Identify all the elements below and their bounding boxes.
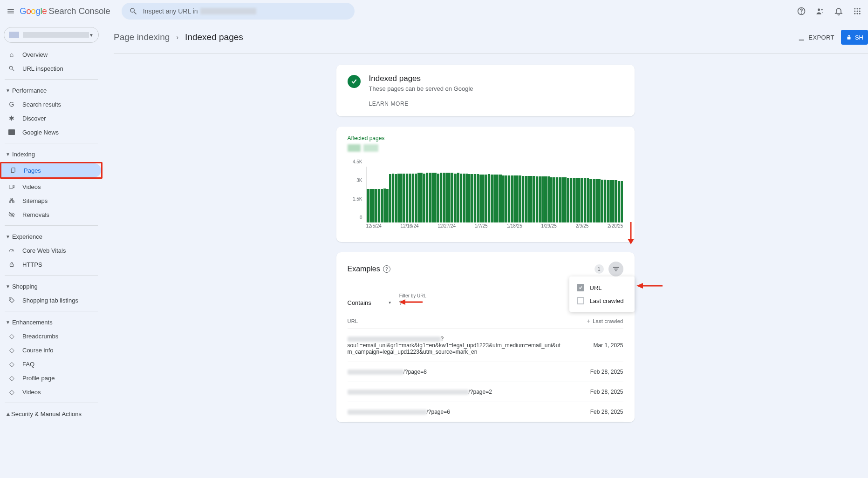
chart-bar[interactable] — [420, 173, 423, 222]
chart-bar[interactable] — [621, 181, 623, 222]
filter-option-url[interactable]: URL — [569, 281, 635, 294]
chart-bar[interactable] — [567, 178, 569, 222]
chart-bar[interactable] — [429, 173, 431, 222]
chart-bar[interactable] — [541, 176, 544, 222]
chart-bar[interactable] — [584, 178, 586, 222]
sidebar-item-url-inspection[interactable]: URL inspection — [0, 61, 103, 75]
sidebar-item-enh-videos[interactable]: ◇Videos — [0, 385, 103, 399]
chart-bar[interactable] — [392, 174, 394, 222]
chart-bar[interactable] — [615, 180, 617, 222]
chart-bar[interactable] — [607, 180, 609, 222]
notifications-icon[interactable] — [834, 6, 844, 16]
chart-bar[interactable] — [527, 176, 530, 222]
chart-bar[interactable] — [595, 179, 598, 222]
breadcrumb-parent[interactable]: Page indexing — [114, 32, 170, 42]
chart-bar[interactable] — [409, 174, 411, 222]
chart-bar[interactable] — [460, 174, 462, 222]
chart-bar[interactable] — [593, 179, 595, 222]
chart-bar[interactable] — [403, 174, 405, 222]
table-row[interactable]: ?sou1=email_uni&gr1=mark&tg1=en&kw1=lega… — [348, 329, 623, 362]
chart-bar[interactable] — [426, 173, 428, 222]
chart-bar[interactable] — [457, 173, 459, 222]
chart-bar[interactable] — [564, 177, 567, 222]
apps-icon[interactable] — [852, 6, 862, 16]
chart-bar[interactable] — [612, 180, 615, 222]
chart-bar[interactable] — [496, 175, 499, 222]
chart-bar[interactable] — [415, 174, 417, 222]
chart-plot[interactable]: 4.5K3K1.5K0 12/5/2412/16/2412/27/241/7/2… — [348, 167, 623, 232]
sidebar-item-profile-page[interactable]: ◇Profile page — [0, 371, 103, 385]
chart-bar[interactable] — [386, 189, 389, 222]
sidebar-item-shopping-tab[interactable]: Shopping tab listings — [0, 293, 103, 307]
chart-bar[interactable] — [589, 179, 592, 222]
chart-bar[interactable] — [581, 178, 583, 222]
sidebar-item-faq[interactable]: ◇FAQ — [0, 357, 103, 371]
help-icon[interactable] — [796, 6, 806, 16]
chart-bar[interactable] — [465, 174, 468, 222]
table-row[interactable]: /?page=2Feb 28, 2025 — [348, 382, 623, 402]
sidebar-item-google-news[interactable]: Google News — [0, 125, 103, 139]
chart-bar[interactable] — [533, 176, 535, 222]
chart-bar[interactable] — [525, 176, 527, 222]
sidebar-group-shopping[interactable]: ▼Shopping — [0, 279, 103, 293]
chart-bar[interactable] — [372, 189, 375, 222]
chart-bar[interactable] — [417, 173, 420, 222]
chart-bar[interactable] — [395, 174, 397, 222]
chart-bar[interactable] — [381, 189, 383, 222]
chart-bar[interactable] — [383, 189, 386, 222]
share-button[interactable]: SH — [841, 30, 868, 45]
chart-bar[interactable] — [367, 189, 369, 222]
chart-bar[interactable] — [412, 174, 414, 222]
inspect-url-search[interactable]: Inspect any URL in — [122, 3, 355, 20]
chart-bar[interactable] — [378, 189, 380, 222]
sidebar-item-videos[interactable]: Videos — [0, 180, 103, 194]
chart-bar[interactable] — [423, 174, 425, 222]
chart-bar[interactable] — [539, 176, 541, 222]
sidebar-item-breadcrumbs[interactable]: ◇Breadcrumbs — [0, 329, 103, 343]
sidebar-group-security[interactable]: ▶Security & Manual Actions — [0, 407, 103, 421]
chart-bar[interactable] — [485, 175, 487, 222]
chart-bar[interactable] — [578, 178, 581, 222]
col-url[interactable]: URL — [348, 318, 358, 324]
chart-bar[interactable] — [454, 174, 456, 222]
chart-bar[interactable] — [502, 175, 505, 222]
sidebar-item-discover[interactable]: ✱Discover — [0, 111, 103, 125]
chart-bar[interactable] — [511, 175, 513, 222]
chart-bar[interactable] — [463, 174, 465, 222]
filter-url-input[interactable]: Filter by URL ? — [399, 293, 426, 306]
sidebar-item-removals[interactable]: Removals — [0, 208, 103, 222]
chart-bar[interactable] — [553, 177, 555, 222]
chart-bar[interactable] — [570, 178, 572, 222]
chart-bar[interactable] — [508, 175, 510, 222]
product-logo[interactable]: Google Search Console — [20, 6, 110, 16]
chart-bar[interactable] — [440, 173, 442, 222]
sidebar-item-pages[interactable]: Pages — [1, 163, 101, 177]
sidebar-group-enhancements[interactable]: ▼Enhancements — [0, 315, 103, 329]
chart-bar[interactable] — [561, 177, 564, 222]
chart-bar[interactable] — [609, 180, 612, 222]
filter-button[interactable] — [608, 262, 623, 276]
chart-bar[interactable] — [516, 175, 519, 222]
chart-bar[interactable] — [443, 173, 445, 222]
sidebar-item-overview[interactable]: ⌂Overview — [0, 47, 103, 61]
chart-bar[interactable] — [468, 174, 471, 222]
chart-bar[interactable] — [406, 174, 408, 222]
sidebar-group-indexing[interactable]: ▼Indexing — [0, 147, 103, 161]
chart-bar[interactable] — [471, 174, 473, 222]
chart-bar[interactable] — [482, 175, 485, 222]
chart-bar[interactable] — [479, 175, 482, 222]
filter-option-last-crawled[interactable]: Last crawled — [569, 294, 635, 307]
table-row[interactable]: /?page=8Feb 28, 2025 — [348, 362, 623, 382]
chart-bar[interactable] — [604, 180, 606, 222]
chart-bar[interactable] — [505, 175, 507, 222]
chart-bar[interactable] — [375, 189, 377, 222]
chart-bar[interactable] — [544, 176, 547, 222]
chart-bar[interactable] — [451, 173, 453, 222]
table-row[interactable]: /?page=6Feb 28, 2025 — [348, 402, 623, 422]
chart-bar[interactable] — [598, 179, 601, 222]
chart-bar[interactable] — [434, 173, 437, 222]
chart-bar[interactable] — [445, 173, 448, 222]
chart-bar[interactable] — [587, 178, 589, 222]
chart-bar[interactable] — [488, 174, 490, 222]
chart-bar[interactable] — [431, 173, 434, 222]
